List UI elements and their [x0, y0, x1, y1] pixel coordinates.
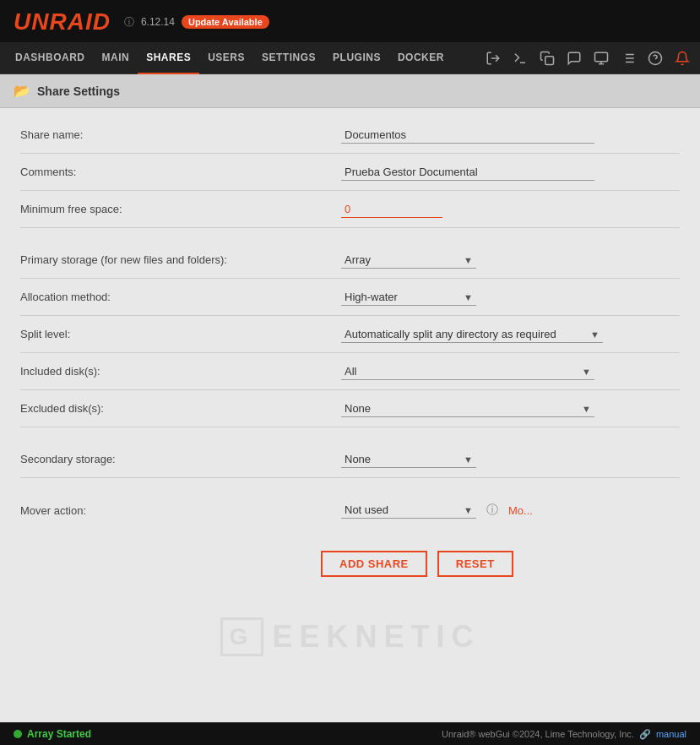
allocation-method-value: High-water Fill-up Most-free ▼	[341, 289, 680, 306]
list-icon[interactable]	[617, 49, 639, 68]
nav-users[interactable]: USERS	[199, 42, 253, 74]
nav-bar: DASHBOARD MAIN SHARES USERS SETTINGS PLU…	[0, 42, 700, 74]
primary-storage-row: Primary storage (for new files and folde…	[20, 242, 680, 279]
footer-manual-link[interactable]: manual	[656, 729, 686, 739]
split-level-select-wrap: Automatically split any directory as req…	[341, 326, 603, 343]
mover-action-row: Mover action: Not used Move to secondary…	[20, 492, 680, 529]
logo: UNRAID	[14, 8, 111, 35]
watermark-letters: EEKNETIC	[272, 619, 480, 655]
footer-status-text: Array Started	[27, 728, 91, 740]
comments-row: Comments:	[20, 154, 680, 191]
allocation-select-wrap: High-water Fill-up Most-free ▼	[341, 289, 476, 306]
svg-rect-3	[595, 52, 608, 62]
exit-icon[interactable]	[482, 49, 504, 68]
spacer-3	[20, 478, 680, 492]
version-text: 6.12.14	[141, 16, 175, 28]
excluded-disks-select[interactable]: None	[341, 400, 594, 417]
secondary-storage-select[interactable]: None Array Pool	[341, 451, 476, 468]
min-free-space-value	[341, 201, 680, 218]
nav-settings[interactable]: SETTINGS	[253, 42, 324, 74]
nav-main[interactable]: MAIN	[94, 42, 138, 74]
panel-header: 📂 Share Settings	[0, 74, 700, 108]
version-icon: ⓘ	[124, 15, 134, 30]
terminal-icon[interactable]	[509, 49, 531, 68]
nav-plugins[interactable]: PLUGINS	[324, 42, 389, 74]
footer-copyright: Unraid® webGui ©2024, Lime Technology, I…	[442, 729, 634, 739]
secondary-storage-value: None Array Pool ▼	[341, 451, 680, 468]
share-name-label: Share name:	[20, 128, 341, 141]
mover-more-text[interactable]: Mo...	[508, 504, 533, 517]
share-name-row: Share name:	[20, 117, 680, 154]
footer-left: Array Started	[14, 728, 91, 740]
primary-storage-value: Array Pool None ▼	[341, 252, 680, 269]
secondary-storage-select-wrap: None Array Pool ▼	[341, 451, 476, 468]
svg-rect-2	[545, 56, 554, 64]
split-level-value: Automatically split any directory as req…	[341, 326, 680, 343]
spacer-2	[20, 427, 680, 441]
included-disks-select[interactable]: All	[341, 363, 594, 380]
mover-action-label: Mover action:	[20, 504, 341, 517]
mover-info-icon[interactable]: ⓘ	[486, 503, 498, 518]
nav-dashboard[interactable]: DASHBOARD	[7, 42, 94, 74]
split-level-row: Split level: Automatically split any dir…	[20, 316, 680, 353]
version-area: ⓘ 6.12.14 Update Available	[124, 15, 269, 30]
panel-title: Share Settings	[37, 84, 120, 98]
primary-storage-select[interactable]: Array Pool None	[341, 252, 476, 269]
mover-action-value: Not used Move to secondary Move to prima…	[341, 502, 680, 519]
nav-docker[interactable]: DOCKER	[389, 42, 453, 74]
min-free-space-row: Minimum free space:	[20, 191, 680, 228]
nav-icons	[482, 49, 693, 68]
min-free-space-input[interactable]	[341, 201, 442, 218]
secondary-storage-row: Secondary storage: None Array Pool ▼	[20, 441, 680, 478]
excluded-disks-row: Excluded disk(s): None ▼	[20, 390, 680, 427]
split-level-select[interactable]: Automatically split any directory as req…	[341, 326, 603, 343]
copy-icon[interactable]	[536, 49, 558, 68]
comments-value	[341, 164, 680, 181]
status-dot	[14, 730, 22, 738]
primary-storage-select-wrap: Array Pool None ▼	[341, 252, 476, 269]
comments-label: Comments:	[20, 166, 341, 178]
primary-storage-label: Primary storage (for new files and folde…	[20, 253, 341, 266]
page-content: 📂 Share Settings Share name: Comments:	[0, 74, 700, 745]
comments-input[interactable]	[341, 164, 594, 181]
excluded-disks-value: None ▼	[341, 400, 680, 417]
included-disks-select-wrap: All ▼	[341, 363, 594, 380]
notification-icon[interactable]	[671, 49, 693, 68]
settings-panel: 📂 Share Settings Share name: Comments:	[0, 74, 700, 690]
included-disks-label: Included disk(s):	[20, 365, 341, 378]
buttons-row: ADD SHARE RESET	[0, 537, 700, 584]
mover-action-select[interactable]: Not used Move to secondary Move to prima…	[341, 502, 476, 519]
excluded-disks-label: Excluded disk(s):	[20, 402, 341, 415]
form-container: Share name: Comments: Minimum free space…	[0, 108, 700, 537]
update-badge[interactable]: Update Available	[182, 15, 269, 29]
allocation-method-row: Allocation method: High-water Fill-up Mo…	[20, 279, 680, 316]
footer-divider: 🔗	[639, 729, 651, 740]
message-icon[interactable]	[563, 49, 585, 68]
watermark-box: G	[220, 617, 264, 656]
included-disks-row: Included disk(s): All ▼	[20, 353, 680, 390]
included-disks-value: All ▼	[341, 363, 680, 380]
monitor-icon[interactable]	[590, 49, 612, 68]
add-share-button[interactable]: ADD SHARE	[321, 551, 427, 577]
mover-action-select-wrap: Not used Move to secondary Move to prima…	[341, 502, 476, 519]
allocation-method-label: Allocation method:	[20, 291, 341, 303]
min-free-space-label: Minimum free space:	[20, 203, 341, 215]
header: UNRAID ⓘ 6.12.14 Update Available	[0, 0, 700, 42]
watermark: G EEKNETIC	[220, 617, 480, 656]
secondary-storage-label: Secondary storage:	[20, 453, 341, 465]
watermark-area: G EEKNETIC	[0, 584, 700, 673]
help-icon[interactable]	[644, 49, 666, 68]
excluded-disks-select-wrap: None ▼	[341, 400, 594, 417]
nav-shares[interactable]: SHARES	[138, 42, 199, 74]
footer: Array Started Unraid® webGui ©2024, Lime…	[0, 722, 700, 745]
share-name-value	[341, 127, 680, 144]
reset-button[interactable]: RESET	[437, 551, 513, 577]
footer-right: Unraid® webGui ©2024, Lime Technology, I…	[442, 729, 686, 740]
panel-header-icon: 📂	[14, 83, 30, 99]
split-level-label: Split level:	[20, 328, 341, 340]
allocation-method-select[interactable]: High-water Fill-up Most-free	[341, 289, 476, 306]
spacer-1	[20, 228, 680, 242]
share-name-input[interactable]	[341, 127, 594, 144]
